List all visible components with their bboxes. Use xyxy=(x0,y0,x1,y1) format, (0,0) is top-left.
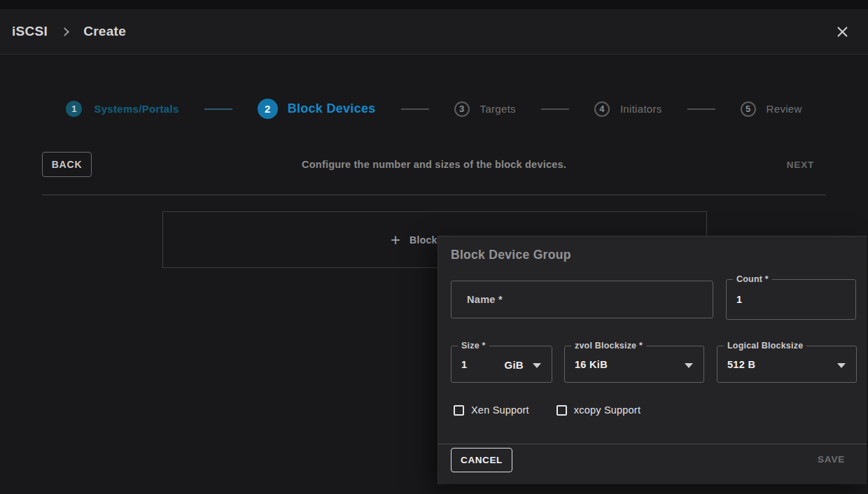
zvol-blocksize-select[interactable]: zvol Blocksize * 16 KiB xyxy=(564,346,704,383)
checkbox-row: Xen Support xcopy Support xyxy=(454,404,640,416)
count-field-label: Count * xyxy=(733,274,772,284)
size-field-value: 1 xyxy=(461,359,467,370)
top-strip xyxy=(0,0,868,9)
xcopy-support-label: xcopy Support xyxy=(574,404,640,416)
breadcrumb-root[interactable]: iSCSI xyxy=(12,24,48,39)
step-2-circle: 2 xyxy=(258,99,278,119)
step-review[interactable]: 5 Review xyxy=(741,101,802,117)
chevron-down-icon[interactable] xyxy=(533,363,541,368)
name-field-label: Name * xyxy=(467,294,503,305)
dialog-header: iSCSI Create xyxy=(0,9,868,55)
step-initiators[interactable]: 4 Initiators xyxy=(594,101,662,117)
xen-support-label: Xen Support xyxy=(471,404,529,416)
step-1-circle: 1 xyxy=(66,101,82,117)
next-button[interactable]: NEXT xyxy=(787,160,814,170)
size-unit-select[interactable]: GiB xyxy=(504,358,524,370)
dialog-footer-divider xyxy=(438,444,867,444)
stepper-connector xyxy=(204,108,232,110)
save-button[interactable]: SAVE xyxy=(818,454,845,465)
chevron-down-icon[interactable] xyxy=(685,363,693,368)
checkbox-icon xyxy=(454,405,464,416)
chevron-down-icon[interactable] xyxy=(837,363,846,368)
chevron-right-icon xyxy=(60,27,69,36)
step-5-label: Review xyxy=(766,103,802,115)
logical-blocksize-value: 512 B xyxy=(727,359,755,370)
size-field-label: Size * xyxy=(458,341,489,351)
iscsi-create-wizard: iSCSI Create 1 Systems/Portals 2 Block D… xyxy=(0,0,868,494)
logical-blocksize-label: Logical Blocksize xyxy=(724,341,806,351)
xcopy-support-checkbox[interactable]: xcopy Support xyxy=(556,404,640,416)
dialog-title: Block Device Group xyxy=(451,248,571,262)
cancel-button[interactable]: CANCEL xyxy=(451,448,512,472)
step-4-circle: 4 xyxy=(594,101,610,117)
step-targets[interactable]: 3 Targets xyxy=(454,101,516,117)
step-instruction: Configure the number and sizes of the bl… xyxy=(0,159,868,170)
size-field[interactable]: Size * 1 GiB xyxy=(451,346,552,383)
name-field[interactable]: Name * xyxy=(451,281,713,318)
step-3-label: Targets xyxy=(480,103,516,115)
wizard-stepper: 1 Systems/Portals 2 Block Devices 3 Targ… xyxy=(0,99,868,119)
step-block-devices[interactable]: 2 Block Devices xyxy=(258,99,376,119)
step-3-circle: 3 xyxy=(454,101,470,117)
zvol-blocksize-label: zvol Blocksize * xyxy=(571,341,646,351)
logical-blocksize-select[interactable]: Logical Blocksize 512 B xyxy=(717,346,857,383)
count-field-value: 1 xyxy=(736,294,742,305)
breadcrumb-current: Create xyxy=(83,24,126,39)
count-field[interactable]: Count * 1 xyxy=(726,279,856,320)
step-5-circle: 5 xyxy=(741,101,756,117)
close-icon[interactable] xyxy=(833,22,851,41)
checkbox-icon xyxy=(556,405,567,416)
xen-support-checkbox[interactable]: Xen Support xyxy=(454,404,529,416)
step-4-label: Initiators xyxy=(620,103,662,115)
toolbar-divider xyxy=(42,195,826,195)
stepper-connector xyxy=(401,108,429,110)
stepper-connector xyxy=(541,108,569,110)
step-systems-portals[interactable]: 1 Systems/Portals xyxy=(66,101,178,117)
step-1-label: Systems/Portals xyxy=(94,103,178,115)
zvol-blocksize-value: 16 KiB xyxy=(575,359,608,370)
stepper-connector xyxy=(687,108,715,110)
block-device-group-dialog: Block Device Group Name * Count * 1 Size… xyxy=(438,236,867,484)
step-2-label: Block Devices xyxy=(288,101,376,116)
plus-icon: + xyxy=(391,232,400,248)
